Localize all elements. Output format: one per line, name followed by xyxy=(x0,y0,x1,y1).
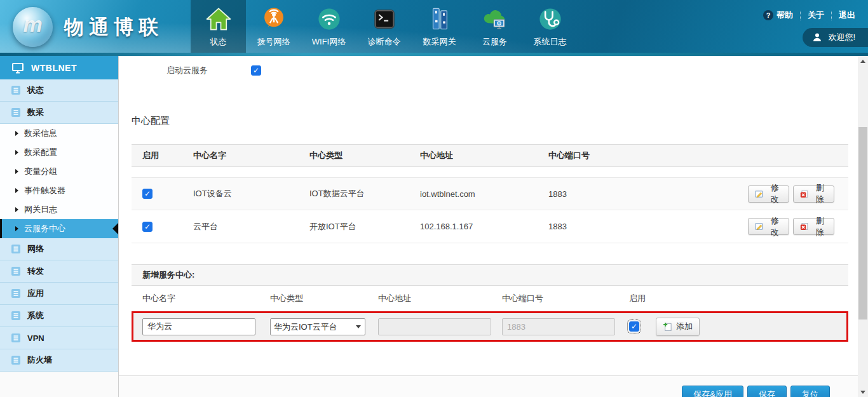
list-icon xyxy=(11,266,21,276)
sidebar-item-forward[interactable]: 转发 xyxy=(0,260,118,283)
save-label: 保存 xyxy=(759,389,775,397)
wifi-icon xyxy=(316,6,342,32)
edit-pencil-icon xyxy=(755,189,764,199)
stethoscope-icon xyxy=(537,6,564,32)
help-label: 帮助 xyxy=(776,10,793,21)
edit-button[interactable]: 修改 xyxy=(748,218,789,235)
save-apply-label: 保存&应用 xyxy=(693,389,732,397)
user-icon xyxy=(812,32,822,43)
edit-button-label: 修改 xyxy=(768,182,782,205)
nav-tab-diagnostic[interactable]: 诊断命令 xyxy=(356,0,412,56)
sidebar-item-label: VPN xyxy=(27,333,44,343)
scroll-down-button[interactable] xyxy=(858,387,868,397)
edit-button[interactable]: 修改 xyxy=(748,185,789,203)
label-center-name: 中心名字 xyxy=(132,293,259,304)
delete-button[interactable]: 删除 xyxy=(793,218,834,235)
sidebar-item-status[interactable]: 状态 xyxy=(0,79,118,102)
list-icon xyxy=(11,85,21,95)
list-icon xyxy=(11,107,21,118)
reset-button[interactable]: 复位 xyxy=(790,386,830,397)
add-button[interactable]: 添加 xyxy=(656,318,700,336)
sidebar-item-label: 应用 xyxy=(27,288,44,299)
center-name-input[interactable] xyxy=(142,318,255,335)
sidebar-item-label: 数采 xyxy=(27,107,44,118)
delete-x-icon xyxy=(800,189,809,199)
logout-link[interactable]: 退出 xyxy=(839,10,855,21)
nav-tab-syslog[interactable]: 系统日志 xyxy=(522,0,578,56)
nav-tab-dialup[interactable]: 拨号网络 xyxy=(246,0,301,56)
sidebar-item-label: 状态 xyxy=(27,84,44,96)
question-icon xyxy=(763,10,773,20)
add-page-icon xyxy=(663,322,672,332)
nav-tab-label: 数采网关 xyxy=(423,36,456,48)
sidebar-header: WTBLNET xyxy=(0,56,118,79)
triangle-icon xyxy=(15,226,18,231)
nav-tab-cloud[interactable]: 云服务 xyxy=(467,0,522,56)
sidebar-item-datacollect-info[interactable]: 数采信息 xyxy=(0,124,118,143)
sidebar-item-variable-group[interactable]: 变量分组 xyxy=(0,162,118,181)
add-service-center-section: 新增服务中心: 中心名字 中心类型 中心地址 中心端口号 启用 华为云IOT云平… xyxy=(132,264,848,342)
center-type-select[interactable]: 华为云IOT云平台 xyxy=(270,318,365,335)
sidebar-item-label: 网关日志 xyxy=(24,204,57,215)
cell-center-type: IOT数据云平台 xyxy=(299,188,409,199)
nav-tab-wifi[interactable]: WIFI网络 xyxy=(301,0,356,56)
sidebar-item-firewall[interactable]: 防火墙 xyxy=(0,349,118,372)
add-section-title: 新增服务中心: xyxy=(132,264,848,286)
triangle-icon xyxy=(15,188,18,193)
triangle-down-icon xyxy=(860,391,865,394)
scroll-up-button[interactable] xyxy=(858,56,868,66)
cloud-icon xyxy=(482,6,508,32)
center-port-input[interactable] xyxy=(502,318,615,335)
sidebar-item-vpn[interactable]: VPN xyxy=(0,327,118,349)
center-address-input[interactable] xyxy=(378,318,491,335)
sidebar-item-cloud-service-center[interactable]: 云服务中心 xyxy=(0,219,118,238)
row-enabled-checkbox[interactable] xyxy=(142,189,153,199)
sidebar-item-datacollect[interactable]: 数采 xyxy=(0,102,118,124)
nav-tab-status[interactable]: 状态 xyxy=(191,0,246,56)
triangle-icon xyxy=(15,169,18,174)
app-header: 物通博联 状态 拨号网络 xyxy=(0,0,868,56)
scrollbar-thumb[interactable] xyxy=(858,127,867,320)
about-link[interactable]: 关于 xyxy=(808,10,824,21)
delete-x-icon xyxy=(800,222,809,231)
sidebar-item-system[interactable]: 系统 xyxy=(0,305,118,327)
sidebar-item-application[interactable]: 应用 xyxy=(0,283,118,305)
col-header-address: 中心地址 xyxy=(409,150,538,161)
sidebar-item-gateway-log[interactable]: 网关日志 xyxy=(0,200,118,219)
new-center-enabled-checkbox[interactable] xyxy=(629,321,639,332)
enable-cloud-checkbox[interactable] xyxy=(251,65,261,76)
nav-tab-label: 云服务 xyxy=(482,36,507,48)
help-link[interactable]: 帮助 xyxy=(763,10,793,21)
nav-tab-label: WIFI网络 xyxy=(312,36,346,48)
row-enabled-checkbox[interactable] xyxy=(142,222,153,232)
label-enable: 启用 xyxy=(618,293,848,304)
sidebar-item-event-trigger[interactable]: 事件触发器 xyxy=(0,181,118,200)
cell-center-name: IOT设备云 xyxy=(182,188,299,199)
col-header-type: 中心类型 xyxy=(299,150,409,161)
logout-label: 退出 xyxy=(839,10,855,21)
vertical-scrollbar[interactable] xyxy=(858,56,868,397)
table-header-row: 启用 中心名字 中心类型 中心地址 中心端口号 xyxy=(132,144,848,167)
table-row: 云平台 开放IOT平台 102.168.1.167 1883 修改 xyxy=(132,210,848,243)
list-icon xyxy=(11,311,21,321)
nav-tab-label: 拨号网络 xyxy=(257,36,290,48)
top-navigation: 状态 拨号网络 WIFI网络 xyxy=(191,0,578,56)
footer-actions: 保存&应用 保存 复位 xyxy=(119,375,858,397)
label-center-port: 中心端口号 xyxy=(491,293,618,304)
brand-name: 物通博联 xyxy=(64,14,163,41)
nav-tab-gateway[interactable]: 数采网关 xyxy=(412,0,467,56)
header-bottom-strip xyxy=(0,53,868,56)
delete-button[interactable]: 删除 xyxy=(793,185,834,203)
welcome-badge: 欢迎您! xyxy=(803,28,868,47)
main-content: 启动云服务 中心配置 启用 中心名字 中心类型 中心地址 中心端口号 IOT设备… xyxy=(119,56,858,397)
home-icon xyxy=(205,6,232,32)
sidebar-item-datacollect-config[interactable]: 数采配置 xyxy=(0,143,118,162)
cell-center-name: 云平台 xyxy=(182,221,299,232)
save-apply-button[interactable]: 保存&应用 xyxy=(682,386,743,397)
welcome-text: 欢迎您! xyxy=(828,32,855,43)
sidebar-item-network[interactable]: 网络 xyxy=(0,238,118,260)
sidebar-item-label: 防火墙 xyxy=(27,354,52,366)
save-button[interactable]: 保存 xyxy=(747,386,787,397)
list-icon xyxy=(11,333,21,343)
nav-tab-label: 系统日志 xyxy=(534,36,567,48)
